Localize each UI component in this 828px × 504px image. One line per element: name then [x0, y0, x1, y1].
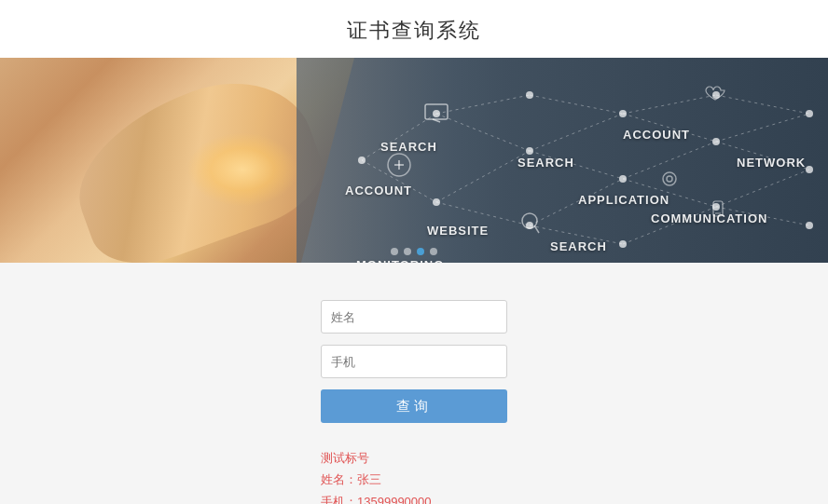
banner-label-monitoring: MONITORING: [356, 258, 444, 263]
banner-label-application: APPLICATION: [578, 193, 669, 207]
svg-point-28: [619, 175, 627, 183]
phone-input[interactable]: [321, 345, 507, 378]
banner-label-website1: WEBSITE: [427, 224, 489, 238]
result-area: 测试标号 姓名：张三 手机：13599990000: [321, 447, 507, 504]
banner-label-search3: SEARCH: [550, 239, 607, 253]
carousel-dot-3[interactable]: [417, 248, 424, 255]
svg-point-31: [712, 138, 720, 145]
carousel-dot-4[interactable]: [430, 248, 437, 255]
svg-point-21: [358, 157, 366, 164]
svg-line-3: [436, 114, 530, 151]
svg-line-17: [716, 114, 809, 142]
svg-point-27: [619, 110, 627, 117]
svg-point-44: [667, 176, 672, 182]
banner-label-network: NETWORK: [737, 156, 806, 170]
svg-point-35: [806, 222, 813, 229]
svg-point-29: [619, 240, 627, 248]
query-button[interactable]: 查询: [321, 389, 507, 423]
svg-point-25: [526, 147, 533, 155]
svg-line-13: [623, 142, 716, 179]
svg-point-24: [526, 91, 533, 99]
svg-line-19: [716, 170, 809, 207]
page-title: 证书查询系统: [347, 19, 481, 42]
svg-line-11: [623, 95, 716, 114]
svg-line-5: [436, 202, 530, 225]
banner-label-search2: SEARCH: [518, 156, 574, 170]
svg-line-6: [530, 95, 623, 114]
page-header: 证书查询系统: [0, 0, 828, 58]
svg-point-23: [433, 198, 440, 206]
name-field-group: [321, 300, 507, 334]
banner-label-search1: SEARCH: [380, 140, 437, 154]
svg-line-2: [436, 95, 530, 114]
result-name: 姓名：张三: [321, 469, 507, 490]
result-title: 测试标号: [321, 447, 507, 469]
banner-label-account: ACCOUNT: [345, 184, 412, 198]
carousel-dots: [391, 248, 437, 255]
carousel-dot-2[interactable]: [404, 248, 411, 255]
name-input[interactable]: [321, 300, 507, 334]
main-content: 查询 测试标号 姓名：张三 手机：13599990000: [0, 263, 828, 504]
svg-point-33: [806, 110, 813, 117]
submit-group: 查询: [321, 389, 507, 423]
result-phone: 手机：13599990000: [321, 491, 507, 504]
svg-point-22: [433, 110, 440, 117]
carousel-dot-1[interactable]: [391, 248, 398, 255]
svg-line-7: [530, 114, 623, 151]
banner-label-account2: ACCOUNT: [623, 128, 690, 142]
banner-label-communication: COMMUNICATION: [651, 211, 767, 225]
svg-point-34: [806, 166, 813, 173]
svg-line-4: [436, 151, 530, 202]
banner: SEARCH ACCOUNT WEBSITE MONITORING RESOUR…: [0, 58, 828, 263]
svg-line-16: [716, 95, 809, 114]
phone-field-group: [321, 345, 507, 378]
svg-point-43: [663, 172, 676, 185]
